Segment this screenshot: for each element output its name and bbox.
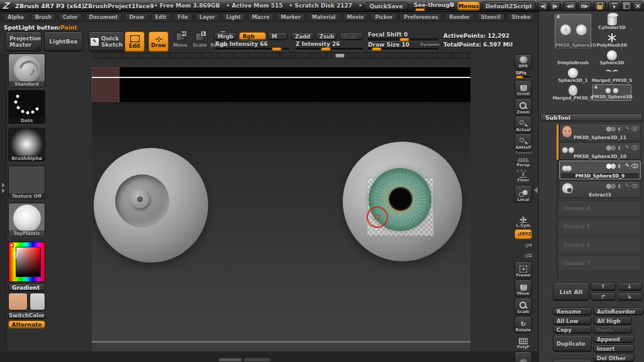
default-zscript-button[interactable]: DefaultZScript xyxy=(482,1,536,11)
scroll-button[interactable]: Scroll xyxy=(514,80,532,97)
tray-collapse-icon[interactable] xyxy=(534,187,538,193)
gradient-button[interactable]: Gradient xyxy=(8,283,45,291)
z-rotation-button[interactable]: ↺Z xyxy=(514,251,532,260)
subtool-item-selected[interactable]: ✎ PM3D_Sphere3D_9 xyxy=(559,161,641,179)
rgb-intensity-handle[interactable] xyxy=(272,47,282,51)
subtool-move-arrow-button[interactable]: ↓ xyxy=(617,282,642,291)
z-intensity-handle[interactable] xyxy=(321,47,331,51)
autoreorder-button[interactable]: AutoReorder xyxy=(593,307,643,315)
menu-item[interactable]: Color xyxy=(58,13,82,21)
scroll-interface-left-button[interactable]: ◀‖ xyxy=(538,1,548,11)
subtool-move-arrow-button[interactable]: ↱ xyxy=(591,292,616,301)
stroke-selector[interactable]: Dots xyxy=(8,90,45,124)
edit-mode-button[interactable]: Edit xyxy=(125,31,145,52)
bpr-button[interactable]: BPR xyxy=(514,54,532,69)
subtool-item[interactable]: ✎ Extract3 xyxy=(559,181,641,198)
zcut-button[interactable]: Zcut xyxy=(339,32,363,40)
tool-item[interactable]: SimpleBrush xyxy=(554,48,592,66)
menus-toggle-button[interactable]: Menus xyxy=(457,1,480,11)
lock-icon[interactable] xyxy=(594,1,606,11)
z-intensity-slider[interactable] xyxy=(296,48,363,50)
floor-button[interactable]: ↥Floor xyxy=(514,172,532,183)
main-color-swatch[interactable] xyxy=(8,293,28,310)
all-high-button[interactable]: All High xyxy=(593,317,632,325)
paste-button[interactable]: Paste xyxy=(593,325,632,334)
subtool-item[interactable]: ✎ PM3D_Sphere3D_11 xyxy=(559,123,641,141)
texture-selector[interactable]: Texture Off xyxy=(8,166,45,200)
del-other-button[interactable]: Del Other xyxy=(593,354,635,362)
subtool-section-header[interactable]: SubTool xyxy=(540,113,643,122)
menu-item[interactable]: Material xyxy=(308,13,340,21)
switch-color-button[interactable]: SwitchColor xyxy=(8,312,45,319)
draw-size-slider[interactable] xyxy=(368,48,438,50)
menu-item[interactable]: Marker xyxy=(276,13,305,21)
tool-item[interactable]: Merged_PM3D_S xyxy=(592,66,632,84)
see-through-handle[interactable] xyxy=(415,8,425,11)
close-button[interactable]: × xyxy=(633,1,643,11)
tray-drag-handle[interactable] xyxy=(335,54,345,58)
zsub-button[interactable]: Zsub xyxy=(316,32,337,40)
tool-item[interactable]: Sphere3D xyxy=(592,48,632,66)
draw-size-handle[interactable] xyxy=(372,47,382,51)
color-picker[interactable] xyxy=(8,242,45,282)
bottom-scroll-handle[interactable] xyxy=(219,358,242,361)
menu-item[interactable]: Movie xyxy=(343,13,369,21)
rgb-intensity-slider[interactable] xyxy=(215,48,289,50)
actual-button[interactable]: Actual xyxy=(514,116,532,133)
spix-handle[interactable] xyxy=(516,76,523,79)
menu-item[interactable]: Draw xyxy=(125,13,148,21)
clipped-shelf-button[interactable] xyxy=(514,351,532,362)
see-through-slider[interactable] xyxy=(414,9,452,11)
draw-mode-button[interactable]: -¦-Draw xyxy=(148,31,169,52)
move-view-button[interactable]: Move xyxy=(514,280,532,297)
tool-item[interactable]: PolyMesh3D xyxy=(592,31,632,48)
alpha-selector[interactable]: BrushAlpha xyxy=(8,128,45,162)
all-low-button[interactable]: All Low xyxy=(553,317,592,325)
minimize-button[interactable]: ▼ xyxy=(608,1,620,11)
local-button[interactable]: Local xyxy=(514,185,532,203)
alternate-button[interactable]: Alternate xyxy=(8,320,45,329)
dock-right-icon[interactable]: ▤▶ xyxy=(578,1,591,11)
unused-subtool-slot[interactable]: Unused 6 xyxy=(558,237,641,253)
tray-expand-icon[interactable] xyxy=(2,188,5,193)
menu-item[interactable]: Stroke xyxy=(508,13,535,21)
mrgb-button[interactable]: Mrgb xyxy=(214,32,237,40)
copy-button[interactable]: Copy xyxy=(553,325,592,334)
menu-item[interactable]: Brush xyxy=(31,13,56,21)
menu-item[interactable]: File xyxy=(174,13,192,21)
menu-item[interactable]: Render xyxy=(445,13,474,21)
tool-item[interactable]: Sphere3D_1 xyxy=(554,66,592,84)
append-button[interactable]: Append xyxy=(593,335,635,343)
persp-button[interactable]: Persp xyxy=(514,154,532,167)
spix-slider[interactable] xyxy=(516,76,531,78)
current-tool-thumbnail[interactable]: 4 PM3D_Sphere3D xyxy=(555,14,591,48)
rename-button[interactable]: Rename xyxy=(553,307,592,315)
menu-item[interactable]: Layer xyxy=(195,13,219,21)
m-button[interactable]: M xyxy=(268,32,287,40)
restore-button[interactable] xyxy=(621,1,632,11)
lsym-button[interactable]: ◂‖▸L.Sym xyxy=(514,213,532,228)
saturation-square[interactable] xyxy=(16,247,41,277)
aahalf-button[interactable]: AAHalf xyxy=(514,133,532,150)
frame-button[interactable]: Frame xyxy=(514,261,532,278)
list-all-button[interactable]: List All xyxy=(553,282,589,301)
subtool-move-arrow-button[interactable]: ↑ xyxy=(591,282,616,291)
menu-item[interactable]: Preferences xyxy=(399,13,442,21)
duplicate-button[interactable]: Duplicate xyxy=(553,335,592,352)
tool-item[interactable]: Cylinder3D xyxy=(592,13,632,31)
bottom-scroll-track[interactable] xyxy=(244,358,270,361)
menu-item[interactable]: Picker xyxy=(370,13,397,21)
menu-item[interactable]: Light xyxy=(222,13,245,21)
rotate-view-button[interactable]: ↻Rotate xyxy=(514,316,532,333)
polyframe-button[interactable]: PolyF xyxy=(514,334,532,349)
current-brush-selector[interactable]: Standard xyxy=(8,54,45,88)
projection-master-button[interactable]: ProjectionMaster xyxy=(5,31,42,52)
menu-item[interactable]: Stencil xyxy=(477,13,505,21)
subtool-item[interactable]: ✎ PM3D_Sphere3D_10 xyxy=(559,142,641,160)
zadd-button[interactable]: Zadd xyxy=(291,32,314,40)
menu-item[interactable]: Document xyxy=(85,13,123,21)
insert-button[interactable]: Insert xyxy=(593,344,635,353)
unused-subtool-slot[interactable]: Unused 4 xyxy=(558,200,641,217)
focal-shift-slider[interactable] xyxy=(368,38,438,41)
tool-item[interactable]: Merged_PM3D_S xyxy=(554,84,592,101)
